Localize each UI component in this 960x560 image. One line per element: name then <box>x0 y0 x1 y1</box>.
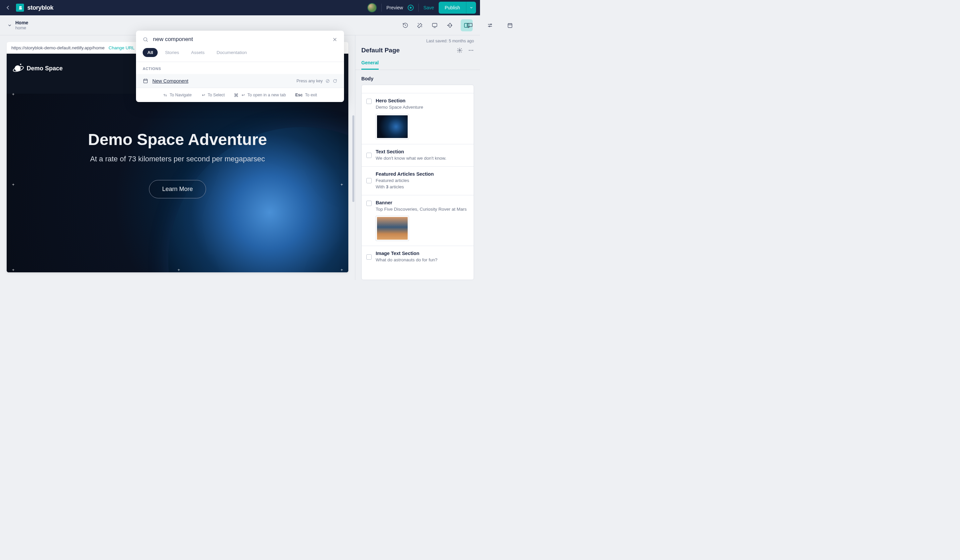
last-saved: Last saved: 5 months ago <box>355 35 480 45</box>
close-icon[interactable] <box>332 37 338 42</box>
block-title: Text Section <box>376 149 469 154</box>
page-title: Home <box>15 20 28 25</box>
block-thumbnail <box>376 114 409 139</box>
history-icon[interactable] <box>402 22 409 29</box>
demo-space-label: Demo Space <box>27 65 62 72</box>
hero-subtitle: At a rate of 73 kilometers per second pe… <box>7 155 348 163</box>
back-button[interactable] <box>4 5 12 11</box>
preview-link[interactable]: Preview <box>386 5 403 10</box>
search-input[interactable] <box>153 36 328 43</box>
updown-icon <box>163 93 167 98</box>
target-icon[interactable] <box>408 5 414 11</box>
refresh-icon <box>333 78 338 83</box>
svg-point-9 <box>459 50 461 51</box>
search-tab-all[interactable]: All <box>142 48 158 57</box>
display-icon[interactable] <box>431 22 438 29</box>
enter-icon <box>201 93 205 98</box>
block-checkbox[interactable] <box>366 99 372 104</box>
brand-name: storyblok <box>27 4 53 11</box>
divider <box>381 4 382 12</box>
component-icon <box>142 78 148 84</box>
block-add-row[interactable] <box>362 85 474 93</box>
hero-title: Demo Space Adventure <box>7 130 348 149</box>
block-sub: Demo Space Adventure <box>376 104 469 110</box>
svg-point-12 <box>472 50 473 51</box>
page-dropdown[interactable]: Home home <box>7 20 28 30</box>
save-button[interactable]: Save <box>423 5 434 10</box>
action-new-component[interactable]: New Component Press any key <box>136 74 344 88</box>
block-checkbox[interactable] <box>366 201 372 206</box>
cmd-icon <box>234 93 238 98</box>
svg-point-11 <box>471 50 471 51</box>
block-sub: Top Five Discoveries, Curiosity Rover at… <box>376 206 469 213</box>
publish-button[interactable]: Publish <box>439 2 466 14</box>
tab-general[interactable]: General <box>361 57 379 70</box>
block-title: Hero Section <box>376 98 469 103</box>
divider <box>418 4 419 12</box>
block-hero[interactable]: Hero Section Demo Space Adventure <box>362 93 474 144</box>
panel-more-icon[interactable] <box>468 47 474 53</box>
blocks-list: Hero Section Demo Space Adventure Text S… <box>361 85 474 280</box>
brand[interactable]: storyblok <box>16 4 53 12</box>
change-url-link[interactable]: Change URL <box>109 45 135 50</box>
block-thumbnail <box>376 216 409 241</box>
gear-icon[interactable] <box>457 47 462 53</box>
shortcuts-bar: To Navigate To Select To open in a new t… <box>136 88 344 102</box>
block-featured[interactable]: Featured Articles Section Featured artic… <box>362 166 474 195</box>
search-tab-docs[interactable]: Documentation <box>212 48 252 57</box>
top-header: storyblok Preview Save Publish <box>0 0 480 15</box>
avatar[interactable] <box>367 3 377 12</box>
block-image-text[interactable]: Image Text Section What do astronauts do… <box>362 246 474 268</box>
enter-icon <box>241 93 245 98</box>
search-icon <box>142 37 148 42</box>
publish-dropdown[interactable] <box>466 2 476 14</box>
comment-icon[interactable] <box>467 22 473 29</box>
wand-icon[interactable] <box>417 22 423 29</box>
action-label: New Component <box>152 78 188 84</box>
block-sub: We don't know what we don't know. <box>376 155 469 162</box>
learn-more-button[interactable]: Learn More <box>149 180 206 198</box>
block-title: Image Text Section <box>376 251 469 256</box>
search-tab-assets[interactable]: Assets <box>186 48 210 57</box>
brand-logo-icon <box>16 4 24 12</box>
panel-title: Default Page <box>361 46 400 54</box>
planet-icon <box>13 64 23 73</box>
block-sub: What do astronauts do for fun? <box>376 257 469 263</box>
url-text: https://storyblok-demo-default.netlify.a… <box>11 45 105 50</box>
svg-rect-0 <box>468 23 472 27</box>
right-panel: Last saved: 5 months ago Default Page Ge… <box>355 35 480 280</box>
press-any-key-label: Press any key <box>296 78 323 83</box>
page-slug: home <box>15 25 28 30</box>
scrollbar[interactable] <box>352 115 354 202</box>
hero-content: Demo Space Adventure At a rate of 73 kil… <box>7 130 348 198</box>
svg-rect-4 <box>432 23 437 27</box>
chevron-down-icon <box>7 23 12 28</box>
block-title: Featured Articles Section <box>376 171 469 177</box>
actions-label: ACTIONS <box>136 62 344 74</box>
block-sub: Featured articles <box>376 178 469 184</box>
block-checkbox[interactable] <box>366 153 372 158</box>
body-label: Body <box>355 70 480 85</box>
svg-rect-14 <box>144 79 147 83</box>
forbid-icon <box>325 78 330 83</box>
search-overlay: All Stories Assets Documentation ACTIONS… <box>136 30 344 102</box>
block-checkbox[interactable] <box>366 178 372 183</box>
block-banner[interactable]: Banner Top Five Discoveries, Curiosity R… <box>362 195 474 246</box>
svg-point-13 <box>144 37 147 41</box>
diamond-icon[interactable] <box>446 22 453 29</box>
svg-point-10 <box>469 50 470 51</box>
block-sub2: With 3 articles <box>376 184 469 190</box>
block-checkbox[interactable] <box>366 254 372 260</box>
search-tab-stories[interactable]: Stories <box>160 48 184 57</box>
block-text[interactable]: Text Section We don't know what we don't… <box>362 144 474 166</box>
block-title: Banner <box>376 200 469 205</box>
